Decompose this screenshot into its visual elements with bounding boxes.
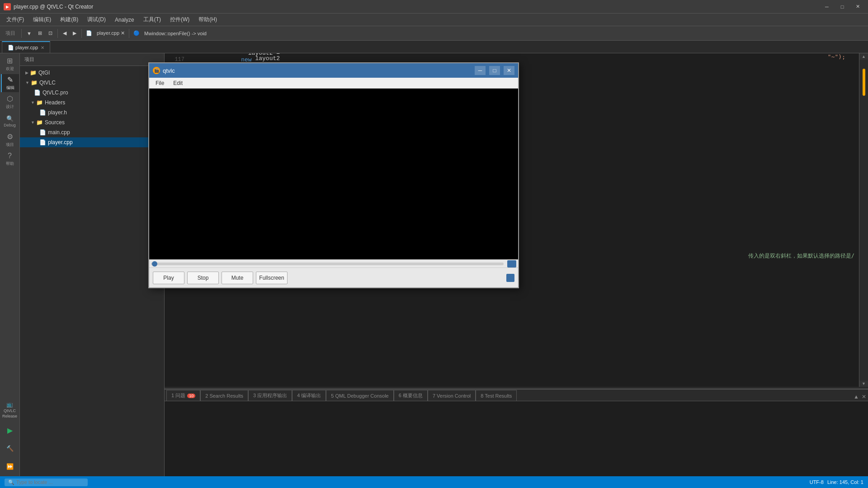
bottom-tab-issues[interactable]: 1 问题 10 (166, 390, 200, 401)
kit-icon: 📺 (6, 401, 13, 408)
tree-item-main-cpp[interactable]: 📄 main.cpp (20, 127, 164, 137)
stop-button[interactable]: Stop (187, 272, 219, 284)
qtvlc-close[interactable]: ✕ (504, 66, 514, 75)
kit-qtvlc[interactable]: 📺 QtVLC Release (2, 399, 17, 420)
menu-controls[interactable]: 控件(W) (165, 14, 194, 25)
mute-button[interactable]: Mute (222, 272, 253, 284)
sidebar-item-welcome[interactable]: ⊞ 欢迎 (1, 55, 19, 73)
scroll-down-arrow[interactable]: ▼ (859, 380, 868, 387)
right-comment2: 传入的是双右斜杠，如果默认选择的路径是/ (748, 252, 854, 260)
minimize-button[interactable]: ─ (820, 2, 834, 11)
qtvlc-maximize[interactable]: □ (489, 66, 500, 75)
bottom-tab-summary[interactable]: 6 概要信息 (394, 390, 428, 401)
bottom-tab-test[interactable]: 8 Test Results (476, 390, 517, 401)
menu-debug[interactable]: 调试(D) (83, 14, 110, 25)
toolbar-sync-btn[interactable]: ⊡ (46, 28, 55, 39)
scroll-thumb[interactable] (863, 69, 865, 96)
folder-icon-qtvlc: 📁 (31, 80, 38, 86)
file-icon-maincpp: 📄 (39, 129, 46, 136)
app-icon: ▶ (4, 3, 11, 10)
tab-close-icon[interactable]: ✕ (41, 45, 44, 50)
window-controls: ─ □ ✕ (820, 2, 864, 11)
menu-bar: 文件(F) 编辑(E) 构建(B) 调试(D) Analyze 工具(T) 控件… (0, 14, 868, 26)
tree-item-pro[interactable]: 📄 QtVLC.pro (20, 88, 164, 98)
menu-file[interactable]: 文件(F) (2, 14, 28, 25)
tree-item-player-cpp[interactable]: 📄 player.cpp (20, 137, 164, 147)
menu-edit[interactable]: 编辑(E) (28, 14, 56, 25)
vlc-icon: 🎬 (153, 67, 160, 74)
qtvlc-window: 🎬 qtvlc ─ □ ✕ File Edit Play Stop Mute F… (148, 62, 519, 288)
sidebar-item-help[interactable]: ? 帮助 (1, 150, 19, 168)
maximize-button[interactable]: □ (835, 2, 849, 11)
vlc-menu-file[interactable]: File (151, 79, 169, 88)
toolbar-filter-btn[interactable]: ▼ (24, 28, 34, 39)
search-box[interactable]: 🔍 (5, 479, 88, 486)
menu-tools[interactable]: 工具(T) (139, 14, 165, 25)
menu-help[interactable]: 帮助(H) (194, 14, 222, 25)
search-input[interactable] (16, 479, 84, 485)
status-bar: 🔍 UTF-8 Line: 145, Col: 1 (0, 476, 868, 488)
fullscreen-button[interactable]: Fullscreen (256, 272, 288, 284)
item-label-playerh: player.h (48, 109, 67, 116)
welcome-icon: ⊞ (7, 56, 13, 65)
tree-item-player-h[interactable]: 📄 player.h (20, 108, 164, 117)
progress-bar-area[interactable] (149, 259, 518, 267)
volume-slider[interactable] (506, 274, 514, 282)
close-button[interactable]: ✕ (851, 2, 864, 11)
bottom-tab-search[interactable]: 2 Search Results (200, 390, 248, 401)
line-col-info: Line: 145, Col: 1 (827, 479, 863, 485)
design-icon: ⬡ (7, 94, 13, 103)
active-file-tab[interactable]: player.cpp ✕ (95, 30, 127, 36)
compile-label: 4 编译输出 (297, 392, 321, 399)
tree-item-headers[interactable]: ▼ 📁 Headers (20, 98, 164, 108)
progress-track[interactable] (151, 263, 504, 265)
tab-player-cpp[interactable]: 📄 player.cpp ✕ (2, 41, 50, 53)
toolbar-back-btn[interactable]: ◀ (60, 28, 69, 39)
sidebar-item-debug[interactable]: 🔍 Debug (1, 112, 19, 130)
vlc-menu-edit[interactable]: Edit (169, 79, 187, 88)
bottom-panel-close[interactable]: ✕ (862, 394, 866, 400)
qtvlc-minimize[interactable]: ─ (475, 66, 486, 75)
build-button[interactable]: 🔨 (0, 440, 20, 456)
scroll-up-arrow[interactable]: ▲ (859, 53, 868, 60)
scroll-track (863, 60, 865, 380)
bottom-tab-qml[interactable]: 5 QML Debugger Console (326, 390, 393, 401)
run-debug-button[interactable]: ⏩ (0, 458, 20, 474)
project-icon: ⚙ (7, 132, 13, 141)
qtvlc-menubar: File Edit (149, 78, 518, 89)
menu-analyze[interactable]: Analyze (110, 15, 139, 25)
status-left: 🔍 (5, 479, 88, 486)
toolbar-forward-btn[interactable]: ▶ (70, 28, 79, 39)
right-scrollbar[interactable]: ▲ ▼ (859, 53, 868, 387)
edit-icon: ✎ (7, 75, 13, 84)
bottom-tab-compile[interactable]: 4 编译输出 (292, 390, 326, 401)
folder-icon: 📁 (30, 70, 37, 76)
play-button[interactable]: Play (153, 272, 184, 284)
bottom-panel-up[interactable]: ▲ (854, 394, 859, 400)
volume-thumb[interactable] (507, 260, 516, 267)
bottom-tab-app-output[interactable]: 3 应用程序输出 (248, 390, 292, 401)
arrow-icon: ▶ (25, 70, 28, 75)
sidebar-item-project[interactable]: ⚙ 项目 (1, 131, 19, 149)
vcs-label: 7 Version Control (433, 393, 471, 399)
window-title: player.cpp @ QtVLC - Qt Creator (14, 4, 820, 10)
item-label-maincpp: main.cpp (48, 129, 70, 136)
qtvlc-title: qtvlc (163, 67, 471, 74)
item-label-sources: Sources (45, 119, 65, 126)
toolbar-link-btn[interactable]: ⊞ (35, 28, 45, 39)
tree-item-sources[interactable]: ▼ 📁 Sources (20, 117, 164, 127)
bottom-tab-vcs[interactable]: 7 Version Control (428, 390, 476, 401)
bottom-tabs: 1 问题 10 2 Search Results 3 应用程序输出 4 编译输出… (165, 389, 868, 401)
kit-name: QtVLC (4, 408, 16, 413)
run-button[interactable]: ▶ (0, 422, 20, 438)
item-label: QtGI (38, 70, 50, 76)
file-icon-pro: 📄 (34, 89, 41, 96)
item-label-playercpp: player.cpp (48, 139, 73, 145)
sidebar-item-edit[interactable]: ✎ 编辑 (1, 74, 19, 92)
panel-title: 项目 (24, 56, 34, 62)
progress-thumb[interactable] (152, 261, 157, 267)
tree-item-qtvlc[interactable]: ▼ 📁 QtVLC (20, 78, 164, 88)
sidebar-item-design[interactable]: ⬡ 设计 (1, 93, 19, 111)
menu-build[interactable]: 构建(B) (56, 14, 83, 25)
tree-item-qtgi[interactable]: ▶ 📁 QtGI (20, 68, 164, 78)
